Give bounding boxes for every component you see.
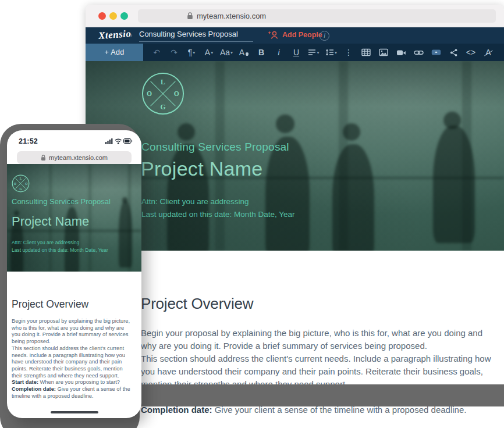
line-spacing-dropdown[interactable]: ▾ [322,44,340,61]
share-button[interactable] [445,44,462,61]
stage: myteam.xtensio.com Xtensio › Consulting … [0,0,504,428]
line-spacing-icon [325,49,334,56]
paragraph[interactable]: Begin your proposal by explaining the bi… [141,327,494,352]
xtensio-logo[interactable]: Xtensio [98,28,132,42]
zoom-window-button[interactable] [120,12,128,20]
phone-clock: 21:52 [19,137,38,145]
hero-updated-line: Last updated on this date: Month Date, Y… [12,247,108,253]
redo-icon[interactable]: ↷ [165,44,183,61]
person-silhouette [178,123,195,141]
image-icon [379,48,388,56]
document-title-input[interactable]: Consulting Services Proposal [139,30,253,42]
color-drop-icon [246,52,249,56]
font-color-button[interactable]: A [235,44,253,61]
table-icon [361,48,371,56]
editor-toolbar: + Add ↶ ↷ ¶▾ A▾ Aa▾ A B i U ▾ [86,44,504,61]
document-hero: L O O G Consulting Services Proposal Pro… [86,61,504,251]
person-silhouette [433,126,475,243]
lock-icon [41,155,46,161]
lock-icon [187,12,193,20]
insert-video-button[interactable] [392,44,410,61]
document-section: Project Overview Begin your proposal by … [86,251,504,406]
close-window-button[interactable] [98,12,106,20]
chevron-down-icon: ▾ [230,50,233,55]
code-view-button[interactable]: <> [462,44,480,61]
phone-mockup: 21:52 [7,130,141,418]
person-silhouette [343,123,360,141]
info-icon[interactable]: i [320,31,329,41]
share-nodes-icon [449,48,458,57]
chevron-down-icon: ▾ [193,50,195,55]
font-family-dropdown[interactable]: A▾ [200,44,218,61]
chevron-down-icon: ▾ [335,50,337,55]
section-body: Begin your proposal by explaining the bi… [12,318,134,400]
add-people-button[interactable]: Add People [268,31,322,39]
underline-button[interactable]: U [288,44,305,61]
link-icon [414,49,424,56]
svg-text:G: G [160,104,165,111]
company-logo[interactable]: L O O G [141,72,184,115]
undo-icon[interactable]: ↶ [148,44,165,61]
svg-text:O: O [174,90,179,98]
align-dropdown[interactable]: ▾ [305,44,322,61]
svg-text:L: L [20,177,22,180]
home-indicator[interactable] [51,411,98,414]
completion-date-label: Completion date: [12,386,56,392]
italic-button[interactable]: i [270,44,288,61]
chevron-down-icon: ▾ [211,50,213,55]
add-person-icon [268,31,279,39]
font-size-dropdown[interactable]: Aa▾ [218,44,235,61]
hero-eyebrow: Consulting Services Proposal [12,197,111,206]
toolbar-icons: ↶ ↷ ¶▾ A▾ Aa▾ A B i U ▾ ▾ [148,44,497,61]
clear-format-icon: A [485,48,491,57]
wifi-icon [115,139,121,144]
hero-attn-line: Attn: Client you are addressing [12,240,79,245]
svg-text:O: O [14,182,16,186]
signal-bars-icon [105,138,112,144]
insert-button-button[interactable] [427,44,445,61]
more-options-icon[interactable]: ⋮ [340,44,357,61]
completion-date-line: Completion date: Give your client a sens… [12,386,134,400]
svg-text:G: G [19,187,22,191]
svg-text:O: O [25,182,27,186]
phone-status-bar: 21:52 [7,130,141,151]
person-silhouette [119,201,132,268]
status-icons [105,138,133,144]
person-silhouette [265,137,309,251]
minimize-window-button[interactable] [109,12,117,20]
app-header: Xtensio › Consulting Services Proposal A… [86,27,504,44]
person-silhouette [276,115,294,133]
paragraph-style-dropdown[interactable]: ¶▾ [183,44,200,61]
section-heading: Project Overview [12,298,136,311]
hero-updated-line[interactable]: Last updated on this date: Month Date, Y… [141,210,294,219]
battery-icon [124,139,133,144]
bold-button[interactable]: B [253,44,270,61]
hero-attn-line[interactable]: Attn: Client you are addressing [141,197,249,206]
project-name-title: Project Name [12,214,89,229]
browser-chrome: myteam.xtensio.com [86,5,504,27]
add-module-button[interactable]: + Add [86,44,143,61]
insert-image-button[interactable] [375,44,392,61]
window-mullion [215,61,225,251]
company-logo: L O O G [12,174,30,192]
clear-formatting-button[interactable]: A [480,44,497,61]
phone-address-bar[interactable]: myteam.xtensio.com [17,151,132,164]
hero-eyebrow[interactable]: Consulting Services Proposal [141,141,289,154]
svg-text:O: O [147,90,152,98]
address-bar[interactable]: myteam.xtensio.com [138,9,496,23]
insert-table-button[interactable] [357,44,375,61]
button-icon [431,49,441,56]
start-date-line: Start date: When are you proposing to st… [12,379,134,386]
url-text: myteam.xtensio.com [197,12,266,20]
section-heading[interactable]: Project Overview [141,295,504,313]
svg-text:L: L [161,79,165,86]
person-silhouette [332,144,374,251]
phone-document-section: Project Overview Begin your proposal by … [7,272,141,400]
next-section-divider [86,384,504,406]
project-name-title[interactable]: Project Name [141,158,263,180]
phone-hero: L O O G Consulting Services Proposal Pro… [7,164,141,272]
insert-link-button[interactable] [410,44,427,61]
paragraph: This section should address the client's… [12,345,134,380]
start-date-label: Start date: [12,379,38,385]
paragraph: Begin your proposal by explaining the bi… [12,318,134,345]
